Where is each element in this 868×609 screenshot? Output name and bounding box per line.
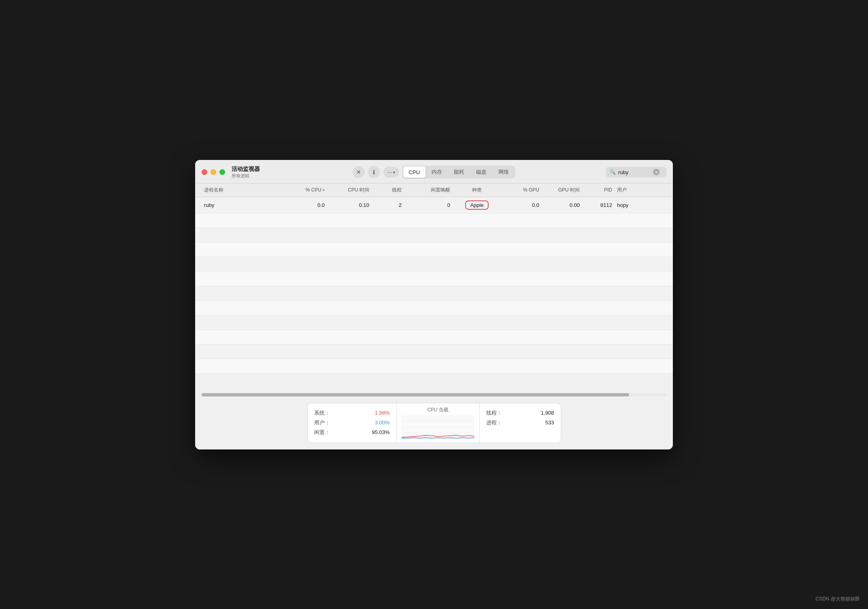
- table-row[interactable]: ruby 0.0 0.10 2 0 Apple 0.0 0.00 8112 ho…: [195, 197, 673, 213]
- maximize-button[interactable]: [219, 169, 225, 175]
- cell-user: hopy: [615, 199, 666, 211]
- tab-disk[interactable]: 磁盘: [470, 166, 492, 178]
- col-header-user[interactable]: 用户: [615, 183, 666, 197]
- cell-process-name: ruby: [202, 199, 283, 211]
- idle-value: 95.03%: [372, 429, 389, 435]
- tab-memory[interactable]: 内存: [426, 166, 448, 178]
- cell-kind: Apple: [453, 197, 501, 213]
- tab-cpu[interactable]: CPU: [403, 166, 425, 178]
- scrollbar-thumb[interactable]: [202, 393, 629, 396]
- stop-button[interactable]: ✕: [353, 166, 365, 178]
- main-window: 活动监视器 所有进程 ✕ ℹ ··· ▾ CPU 内存 能耗 磁盘 网络 🔍 ✕: [195, 160, 673, 449]
- app-title: 活动监视器: [232, 166, 260, 173]
- sort-arrow-icon: ▾: [323, 188, 325, 192]
- tab-group: CPU 内存 能耗 磁盘 网络: [402, 166, 515, 179]
- user-value: 3.00%: [375, 419, 390, 426]
- threads-stats-row: 线程： 1,908: [486, 408, 554, 418]
- cpu-chart-svg: [402, 415, 474, 439]
- system-value: 1.98%: [375, 410, 390, 416]
- chart-title: CPU 负载: [427, 407, 449, 413]
- toolbar-center: ✕ ℹ ··· ▾ CPU 内存 能耗 磁盘 网络: [353, 166, 515, 179]
- col-header-idle[interactable]: 闲置唤醒: [404, 183, 453, 197]
- chevron-down-icon: ▾: [393, 170, 395, 175]
- more-button[interactable]: ··· ▾: [383, 167, 399, 177]
- idle-label: 闲置：: [314, 429, 330, 436]
- clear-search-button[interactable]: ✕: [653, 169, 660, 175]
- cell-cpu-time: 0.10: [327, 199, 372, 211]
- process-stats: 线程： 1,908 进程： 533: [480, 403, 561, 443]
- info-button[interactable]: ℹ: [368, 166, 380, 178]
- user-stats-row: 用户： 3.00%: [314, 418, 390, 428]
- processes-stats-row: 进程： 533: [486, 418, 554, 428]
- app-title-block: 活动监视器 所有进程: [232, 166, 260, 179]
- system-stats-row: 系统： 1.98%: [314, 408, 390, 418]
- app-subtitle: 所有进程: [232, 173, 260, 179]
- table-row: [195, 359, 673, 374]
- cell-threads: 2: [372, 199, 404, 211]
- col-header-name[interactable]: 进程名称: [202, 183, 283, 197]
- col-header-cpu[interactable]: % CPU ▾: [283, 183, 327, 197]
- chart-area: [402, 415, 474, 439]
- kind-badge: Apple: [465, 200, 488, 210]
- tab-network[interactable]: 网络: [493, 166, 515, 178]
- table-row: [195, 301, 673, 315]
- search-icon: 🔍: [610, 169, 616, 175]
- system-label: 系统：: [314, 409, 330, 417]
- titlebar: 活动监视器 所有进程 ✕ ℹ ··· ▾ CPU 内存 能耗 磁盘 网络 🔍 ✕: [195, 160, 673, 183]
- scrollbar-track[interactable]: [202, 393, 666, 396]
- table-body: ruby 0.0 0.10 2 0 Apple 0.0 0.00 8112 ho…: [195, 197, 673, 392]
- table-row: [195, 286, 673, 301]
- user-label: 用户：: [314, 419, 330, 426]
- traffic-lights: [202, 169, 225, 175]
- col-header-gputime[interactable]: GPU 时间: [542, 183, 582, 197]
- idle-stats-row: 闲置： 95.03%: [314, 428, 390, 437]
- table-row: [195, 257, 673, 272]
- cpu-chart: CPU 负载: [397, 403, 480, 443]
- threads-label: 线程：: [486, 409, 502, 417]
- table-row: [195, 213, 673, 228]
- table-row: [195, 243, 673, 257]
- cell-gpu-time: 0.00: [542, 199, 582, 211]
- tab-energy[interactable]: 能耗: [448, 166, 470, 178]
- cell-pid: 8112: [582, 199, 615, 211]
- stats-card: 系统： 1.98% 用户： 3.00% 闲置： 95.03% CPU 负载: [307, 403, 561, 443]
- col-header-cputime[interactable]: CPU 时间: [327, 183, 372, 197]
- table-header: 进程名称 % CPU ▾ CPU 时间 线程 闲置唤醒 种类 % GPU GPU…: [195, 183, 673, 197]
- col-header-threads[interactable]: 线程: [372, 183, 404, 197]
- search-input[interactable]: [618, 169, 651, 175]
- more-label: ···: [387, 169, 392, 175]
- close-button[interactable]: [202, 169, 207, 175]
- col-header-pid[interactable]: PID: [582, 183, 615, 197]
- cell-cpu-pct: 0.0: [283, 199, 327, 211]
- threads-value: 1,908: [541, 410, 554, 416]
- bottom-panel: 系统： 1.98% 用户： 3.00% 闲置： 95.03% CPU 负载: [195, 398, 673, 449]
- cell-idle-wake: 0: [404, 199, 453, 211]
- minimize-button[interactable]: [211, 169, 216, 175]
- table-row: [195, 315, 673, 330]
- col-header-gpupct[interactable]: % GPU: [501, 183, 542, 197]
- cell-gpu-pct: 0.0: [501, 199, 542, 211]
- col-header-kind[interactable]: 种类: [453, 183, 501, 197]
- table-row: [195, 272, 673, 286]
- watermark: CSDN @大熊猫侯爵: [815, 596, 860, 603]
- table-row: [195, 330, 673, 345]
- search-box[interactable]: 🔍 ✕: [606, 167, 666, 177]
- processes-label: 进程：: [486, 419, 502, 426]
- table-row: [195, 345, 673, 359]
- cpu-stats: 系统： 1.98% 用户： 3.00% 闲置： 95.03%: [308, 403, 397, 443]
- processes-value: 533: [545, 419, 554, 426]
- table-row: [195, 228, 673, 243]
